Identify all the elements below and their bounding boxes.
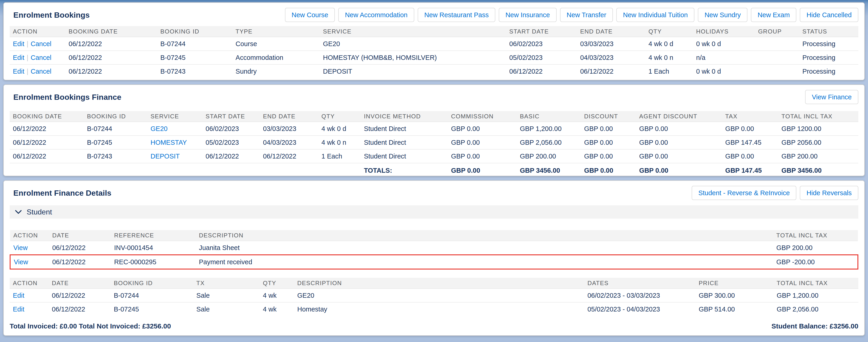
invoice-method-cell: Student Direct [361, 122, 448, 136]
invoice-table-header-row: ACTION DATE REFERENCE DESCRIPTION TOTAL … [10, 230, 858, 241]
total-incl-tax-cell: GBP -200.00 [773, 255, 858, 269]
holidays-cell: 0 wk 0 d [693, 37, 755, 51]
col-header-booking-id: BOOKING ID [111, 278, 193, 288]
bookings-table: ACTION BOOKING DATE BOOKING ID TYPE SERV… [10, 26, 858, 78]
finance-header: Enrolment Bookings Finance View Finance [10, 85, 858, 111]
hide-cancelled-button[interactable]: Hide Cancelled [800, 8, 858, 22]
service-link[interactable]: GE20 [150, 125, 167, 132]
basic-cell: GBP 2,056.00 [517, 136, 581, 149]
qty-cell: 1 Each [318, 149, 361, 163]
new-accommodation-button[interactable]: New Accommodation [338, 8, 414, 22]
edit-link[interactable]: Edit [13, 68, 24, 75]
date-cell: 06/12/2022 [49, 255, 111, 269]
booking-id-cell: B-07243 [84, 149, 148, 163]
new-transfer-button[interactable]: New Transfer [560, 8, 613, 22]
booking-id-cell: B-07245 [84, 136, 148, 149]
date-cell: 06/12/2022 [49, 241, 111, 255]
finance-title: Enrolment Bookings Finance [13, 93, 121, 102]
hide-reversals-button[interactable]: Hide Reversals [800, 186, 858, 200]
status-cell: Processing [799, 51, 858, 64]
discount-cell: GBP 0.00 [581, 136, 636, 149]
view-link[interactable]: View [14, 258, 28, 266]
booking-row: Edit|Cancel 06/12/2022 B-07245 Accommoda… [10, 51, 858, 64]
total-incl-tax-cell: GBP 2,056.00 [773, 302, 858, 316]
cancel-link[interactable]: Cancel [31, 40, 52, 47]
invoice-method-cell: Student Direct [361, 136, 448, 149]
col-header-end-date: END DATE [577, 26, 645, 37]
col-header-action: ACTION [10, 230, 49, 241]
holidays-cell: n/a [693, 51, 755, 64]
new-insurance-button[interactable]: New Insurance [499, 8, 556, 22]
view-finance-button[interactable]: View Finance [805, 90, 858, 104]
col-header-commission: COMMISSION [448, 111, 517, 122]
finance-totals-row: TOTALS: GBP 0.00 GBP 3456.00 GBP 0.00 GB… [10, 163, 858, 177]
tax-cell: GBP 0.00 [722, 122, 778, 136]
booking-id-cell: B-07245 [157, 51, 232, 64]
totals-tax: GBP 147.45 [722, 163, 778, 177]
qty-cell: 4 wk 0 d [318, 122, 361, 136]
totals-discount: GBP 0.00 [581, 163, 636, 177]
commission-cell: GBP 0.00 [448, 149, 517, 163]
cancel-link[interactable]: Cancel [31, 68, 52, 75]
col-header-end-date: END DATE [260, 111, 318, 122]
total-incl-tax-cell: GBP 2056.00 [778, 136, 858, 149]
col-header-status: STATUS [799, 26, 858, 37]
new-course-button[interactable]: New Course [285, 8, 335, 22]
booking-date-cell: 06/12/2022 [10, 149, 84, 163]
total-incl-tax-cell: GBP 200.00 [778, 149, 858, 163]
col-header-description: DESCRIPTION [294, 278, 584, 288]
new-exam-button[interactable]: New Exam [751, 8, 796, 22]
edit-link[interactable]: Edit [13, 306, 24, 313]
booking-id-cell: B-07243 [157, 64, 232, 78]
finance-row: 06/12/2022 B-07245 HOMESTAY 05/02/2023 0… [10, 136, 858, 149]
basic-cell: GBP 1,200.00 [517, 122, 581, 136]
start-date-cell: 06/02/2023 [202, 122, 260, 136]
description-cell: Payment received [196, 255, 773, 269]
totals-agent-discount: GBP 0.00 [636, 163, 722, 177]
finance-table: BOOKING DATE BOOKING ID SERVICE START DA… [10, 111, 858, 177]
col-header-reference: REFERENCE [111, 230, 196, 241]
price-cell: GBP 300.00 [695, 288, 774, 302]
qty-cell: 4 wk [260, 302, 294, 316]
col-header-booking-id: BOOKING ID [157, 26, 232, 37]
status-cell: Processing [799, 37, 858, 51]
col-header-qty: QTY [645, 26, 693, 37]
col-header-price: PRICE [695, 278, 774, 288]
student-group-toggle[interactable]: Student [10, 205, 858, 218]
totals-commission: GBP 0.00 [448, 163, 517, 177]
col-header-type: TYPE [232, 26, 320, 37]
chevron-down-icon [15, 210, 22, 214]
edit-link[interactable]: Edit [13, 292, 24, 299]
view-link[interactable]: View [13, 244, 28, 251]
qty-cell: 4 wk 0 n [318, 136, 361, 149]
basic-cell: GBP 200.00 [517, 149, 581, 163]
new-restaurant-pass-button[interactable]: New Restaurant Pass [418, 8, 495, 22]
enrolment-finance-details-card: Enrolment Finance Details Student - Reve… [3, 180, 865, 336]
type-cell: Sundry [232, 64, 320, 78]
end-date-cell: 04/03/2023 [260, 136, 318, 149]
col-header-booking-date: BOOKING DATE [10, 111, 84, 122]
enrolment-bookings-title: Enrolment Bookings [13, 10, 90, 20]
edit-link[interactable]: Edit [13, 40, 24, 47]
booking-detail-row: Edit 06/12/2022 B-07244 Sale 4 wk GE20 0… [10, 288, 858, 302]
col-header-total-incl-tax: TOTAL INCL TAX [778, 111, 858, 122]
new-individual-tuition-button[interactable]: New Individual Tuition [616, 8, 694, 22]
new-sundry-button[interactable]: New Sundry [698, 8, 747, 22]
service-cell: DEPOSIT [320, 64, 506, 78]
cancel-link[interactable]: Cancel [31, 54, 52, 61]
service-link[interactable]: DEPOSIT [150, 152, 180, 160]
invoice-details-table: ACTION DATE REFERENCE DESCRIPTION TOTAL … [10, 230, 858, 270]
invoice-row-highlighted: View 06/12/2022 REC-0000295 Payment rece… [10, 255, 858, 269]
description-cell: Juanita Sheet [196, 241, 773, 255]
student-reverse-reinvoice-button[interactable]: Student - Reverse & ReInvoice [692, 186, 796, 200]
action-separator: | [24, 54, 31, 61]
enrolment-bookings-header: Enrolment Bookings New Course New Accomm… [10, 3, 858, 26]
start-date-cell: 05/02/2023 [202, 136, 260, 149]
service-link[interactable]: HOMESTAY [150, 139, 187, 146]
totals-total-incl-tax: GBP 3456.00 [778, 163, 858, 177]
edit-link[interactable]: Edit [13, 54, 24, 61]
start-date-cell: 06/02/2023 [506, 37, 577, 51]
qty-cell: 4 wk [260, 288, 294, 302]
finance-row: 06/12/2022 B-07243 DEPOSIT 06/12/2022 06… [10, 149, 858, 163]
col-header-total-incl-tax: TOTAL INCL TAX [773, 278, 858, 288]
